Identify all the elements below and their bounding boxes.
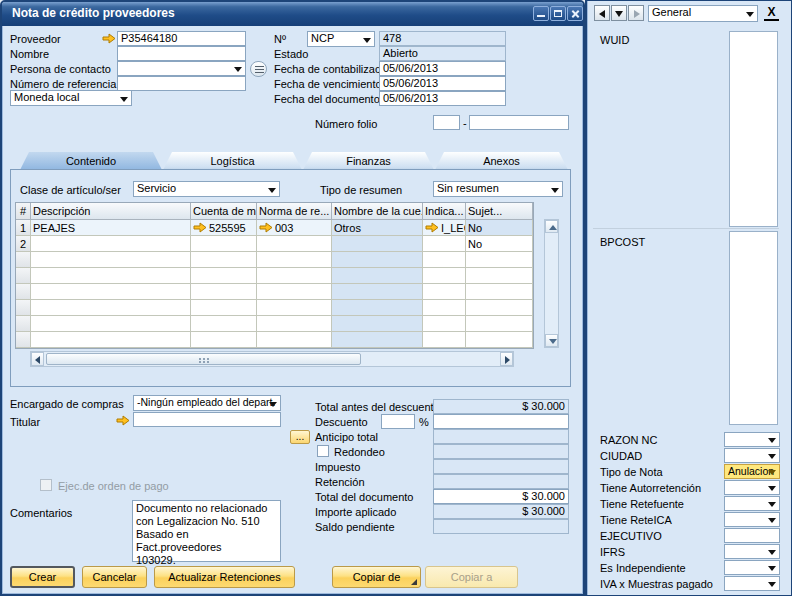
- fecha-contabilizacion-label: Fecha de contabilización: [274, 63, 395, 75]
- cancelar-button[interactable]: Cancelar: [82, 566, 147, 588]
- fecha-contabilizacion-input[interactable]: 05/06/2013: [379, 61, 506, 76]
- total-antes-value: $ 30.000: [433, 399, 569, 414]
- cell-norma[interactable]: [257, 236, 332, 252]
- col-header-nombre-cuenta[interactable]: Nombre de la cue...: [332, 203, 423, 220]
- link-arrow-icon[interactable]: [193, 222, 207, 233]
- dropdown-arrow-icon: [768, 438, 776, 443]
- cell-norma[interactable]: 003: [257, 220, 332, 236]
- nombre-input[interactable]: [117, 46, 246, 61]
- ciudad-label: CIUDAD: [600, 450, 642, 462]
- scroll-down-button[interactable]: [545, 334, 558, 347]
- es-independiente-select[interactable]: [724, 560, 780, 575]
- ejecutivo-input[interactable]: [724, 528, 780, 543]
- col-header-indica[interactable]: Indica...: [423, 203, 466, 220]
- persona-contacto-select[interactable]: [117, 61, 246, 76]
- table-vertical-scrollbar[interactable]: [544, 219, 559, 348]
- link-arrow-icon[interactable]: [102, 33, 116, 44]
- tipo-de-nota-select[interactable]: Anulacion: [724, 464, 780, 479]
- minimize-button[interactable]: [533, 6, 549, 21]
- redondeo-label: Redondeo: [334, 446, 385, 458]
- section-divider: [593, 228, 779, 229]
- importe-aplicado-label: Importe aplicado: [315, 506, 396, 518]
- tab-contenido[interactable]: Contenido: [20, 152, 162, 170]
- fecha-documento-input[interactable]: 05/06/2013: [379, 91, 506, 106]
- cell-cuenta[interactable]: 525595: [191, 220, 257, 236]
- maximize-button[interactable]: [550, 6, 566, 21]
- fecha-vencimiento-input[interactable]: 05/06/2013: [379, 76, 506, 91]
- copiar-a-button[interactable]: Copiar a: [425, 566, 518, 588]
- wuid-label: WUID: [600, 34, 629, 46]
- next-record-button[interactable]: [628, 5, 644, 21]
- comentarios-label: Comentarios: [10, 507, 72, 519]
- redondeo-value: [433, 444, 569, 459]
- tab-anexos[interactable]: Anexos: [435, 152, 568, 170]
- bpcost-input[interactable]: [729, 231, 778, 425]
- scroll-up-button[interactable]: [545, 220, 558, 233]
- total-antes-label: Total antes del descuento: [315, 401, 440, 413]
- tab-logistica[interactable]: Logística: [163, 152, 302, 170]
- cell-sujeto[interactable]: No: [466, 236, 533, 252]
- cell-descripcion[interactable]: [31, 236, 191, 252]
- moneda-select[interactable]: Moneda local: [10, 90, 132, 106]
- col-header-num[interactable]: #: [16, 203, 31, 220]
- actualizar-retenciones-button[interactable]: Actualizar Retenciones: [154, 566, 295, 588]
- col-header-sujeto[interactable]: Sujet...: [466, 203, 533, 220]
- panel-close-button[interactable]: X: [764, 5, 779, 21]
- descuento-amount-input[interactable]: [433, 414, 569, 429]
- contact-list-button[interactable]: [250, 61, 267, 77]
- col-header-cuenta[interactable]: Cuenta de m...: [191, 203, 257, 220]
- descuento-percent-input[interactable]: [381, 414, 415, 429]
- dropdown-arrow-icon: [768, 550, 776, 555]
- cell-indica[interactable]: I_LEG_: [423, 220, 466, 236]
- proveedor-input[interactable]: P35464180: [117, 31, 246, 46]
- ciudad-select[interactable]: [724, 448, 780, 463]
- scroll-right-button[interactable]: [500, 352, 513, 366]
- tipo-resumen-select[interactable]: Sin resumen: [433, 181, 563, 197]
- dropdown-arrow-icon: [551, 188, 559, 193]
- row-number[interactable]: 2: [16, 236, 31, 252]
- cell-sujeto[interactable]: No: [466, 220, 533, 236]
- col-header-descripcion[interactable]: Descripción: [31, 203, 191, 220]
- table-horizontal-scrollbar[interactable]: [30, 351, 514, 367]
- cell-indica[interactable]: [423, 236, 466, 252]
- encargado-select[interactable]: -Ningún empleado del depart.: [133, 395, 281, 411]
- tiene-reteica-select[interactable]: [724, 512, 780, 527]
- ejec-orden-pago-checkbox[interactable]: [40, 479, 52, 491]
- iva-muestras-select[interactable]: [724, 576, 780, 591]
- col-header-norma[interactable]: Norma de re...: [257, 203, 332, 220]
- copiar-de-button[interactable]: Copiar de: [332, 566, 421, 588]
- maximize-icon: [554, 10, 562, 17]
- cell-cuenta[interactable]: [191, 236, 257, 252]
- crear-button[interactable]: Crear: [10, 566, 75, 588]
- referencia-input[interactable]: [117, 76, 246, 91]
- titlebar[interactable]: Nota de crédito proveedores: [2, 2, 583, 26]
- link-arrow-icon[interactable]: [116, 415, 130, 426]
- tiene-retefuente-select[interactable]: [724, 496, 780, 511]
- link-arrow-icon[interactable]: [425, 222, 439, 233]
- close-button[interactable]: [567, 6, 583, 21]
- cell-descripcion[interactable]: PEAJES: [31, 220, 191, 236]
- link-arrow-icon[interactable]: [259, 222, 273, 233]
- anticipo-browse-button[interactable]: ...: [290, 430, 310, 444]
- scrollbar-thumb[interactable]: [46, 353, 361, 365]
- folio-number-input[interactable]: [469, 115, 569, 130]
- wuid-input[interactable]: [729, 31, 778, 227]
- razon-nc-select[interactable]: [724, 432, 780, 447]
- category-select[interactable]: General: [648, 5, 758, 22]
- redondeo-checkbox[interactable]: [317, 445, 329, 457]
- tiene-autorretencion-select[interactable]: [724, 480, 780, 495]
- titular-input[interactable]: [133, 412, 281, 427]
- total-documento-input[interactable]: $ 30.000: [433, 489, 569, 504]
- clase-articulo-select[interactable]: Servicio: [133, 181, 280, 197]
- prev-record-button[interactable]: [594, 5, 610, 21]
- comentarios-textarea[interactable]: Documento no relacionado con Legalizacio…: [132, 500, 281, 562]
- ifrs-select[interactable]: [724, 544, 780, 559]
- expand-list-button[interactable]: [611, 5, 627, 21]
- persona-contacto-label: Persona de contacto: [10, 63, 111, 75]
- row-number[interactable]: 1: [16, 220, 31, 236]
- serie-select[interactable]: NCP: [307, 31, 375, 47]
- line-items-table: # Descripción Cuenta de m... Norma de re…: [15, 202, 534, 349]
- tab-finanzas[interactable]: Finanzas: [303, 152, 434, 170]
- scroll-left-button[interactable]: [31, 352, 44, 366]
- folio-prefix-input[interactable]: [433, 115, 460, 130]
